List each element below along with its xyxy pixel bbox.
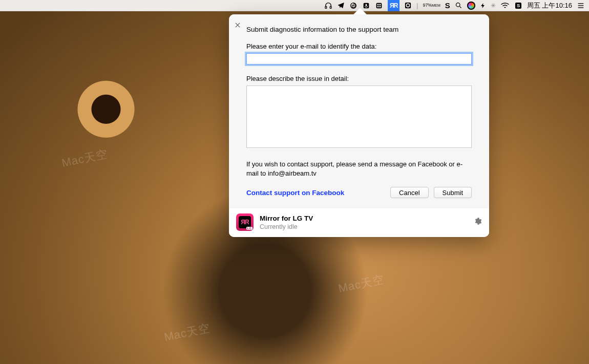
svg-rect-0 bbox=[325, 6, 327, 8]
svg-rect-9 bbox=[380, 6, 381, 7]
sogou-icon[interactable]: S bbox=[514, 0, 522, 11]
diagnostic-form: Submit diagnostic information to the sup… bbox=[229, 14, 489, 208]
app-status: Currently idle bbox=[260, 223, 313, 230]
notification-center-icon[interactable] bbox=[577, 0, 585, 11]
siri-icon[interactable] bbox=[467, 0, 475, 11]
snowflake-icon[interactable]: ✳ bbox=[491, 0, 496, 11]
app-name: Mirror for LG TV bbox=[260, 215, 313, 222]
email-input[interactable] bbox=[246, 53, 472, 65]
battery-status[interactable]: 97%MEM bbox=[423, 0, 440, 11]
settings-gear-icon[interactable] bbox=[474, 217, 482, 227]
submit-button[interactable]: Submit bbox=[434, 187, 472, 198]
cancel-button[interactable]: Cancel bbox=[390, 187, 428, 198]
close-button[interactable] bbox=[234, 22, 243, 31]
spiral-icon[interactable] bbox=[349, 0, 357, 11]
app-icon: ЯR LG bbox=[236, 213, 254, 231]
diagnostic-popover: Submit diagnostic information to the sup… bbox=[229, 14, 489, 237]
svg-rect-4 bbox=[366, 4, 367, 6]
telegram-icon[interactable] bbox=[337, 0, 345, 11]
form-heading: Submit diagnostic information to the sup… bbox=[246, 26, 472, 33]
mic-icon[interactable] bbox=[362, 0, 370, 11]
wifi-icon[interactable] bbox=[500, 0, 510, 11]
svg-rect-10 bbox=[405, 3, 411, 8]
svg-rect-5 bbox=[376, 3, 382, 8]
menubar: ЯR | 97%MEM S ✳ S 周五 上午10:16 bbox=[0, 0, 589, 11]
popover-footer: ЯR LG Mirror for LG TV Currently idle bbox=[229, 208, 489, 237]
divider-icon: | bbox=[416, 0, 418, 11]
support-note: If you wish to contact support, please s… bbox=[246, 160, 472, 178]
facebook-support-link[interactable]: Contact support on Facebook bbox=[246, 189, 344, 197]
circle-o-icon[interactable] bbox=[404, 0, 412, 11]
app-menubar-icon[interactable]: ЯR bbox=[388, 0, 399, 11]
svg-rect-1 bbox=[330, 6, 331, 8]
description-label: Please describe the issue in detail: bbox=[246, 75, 472, 82]
svg-rect-8 bbox=[377, 6, 379, 7]
description-textarea[interactable] bbox=[246, 85, 472, 148]
svg-rect-6 bbox=[377, 4, 379, 5]
bolt-icon[interactable] bbox=[480, 0, 486, 11]
email-label: Please enter your e-mail to identify the… bbox=[246, 42, 472, 50]
svg-point-12 bbox=[456, 3, 460, 7]
svg-text:S: S bbox=[517, 3, 520, 8]
headphones-icon[interactable] bbox=[324, 0, 332, 11]
menubar-clock[interactable]: 周五 上午10:16 bbox=[527, 0, 572, 11]
spotlight-icon[interactable] bbox=[455, 0, 462, 11]
grid-icon[interactable] bbox=[375, 0, 383, 11]
svg-rect-7 bbox=[380, 4, 381, 5]
s-icon[interactable]: S bbox=[445, 0, 450, 11]
